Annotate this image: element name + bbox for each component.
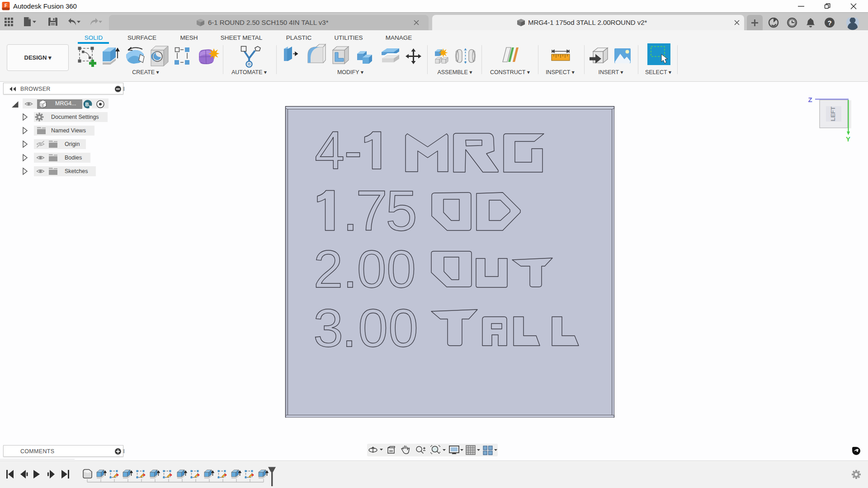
- svg-text:?: ?: [827, 19, 831, 27]
- svg-text:0: 0: [388, 298, 418, 358]
- svg-text:7: 7: [356, 179, 387, 243]
- svg-text:4: 4: [315, 120, 344, 180]
- svg-text:5: 5: [386, 179, 417, 243]
- svg-text:-: -: [344, 120, 362, 180]
- svg-text:2: 2: [313, 239, 343, 299]
- svg-text:.: .: [342, 298, 357, 358]
- svg-text:0: 0: [387, 239, 416, 299]
- svg-text:0: 0: [358, 298, 388, 358]
- svg-text:LEFT: LEFT: [830, 107, 836, 122]
- svg-text:Y: Y: [846, 135, 850, 143]
- svg-text:F: F: [5, 3, 7, 8]
- svg-text:3: 3: [313, 298, 343, 358]
- svg-text:.: .: [343, 239, 358, 299]
- svg-text:B.: B.: [85, 102, 90, 107]
- svg-text:Z: Z: [808, 96, 812, 103]
- svg-text:0: 0: [357, 239, 386, 299]
